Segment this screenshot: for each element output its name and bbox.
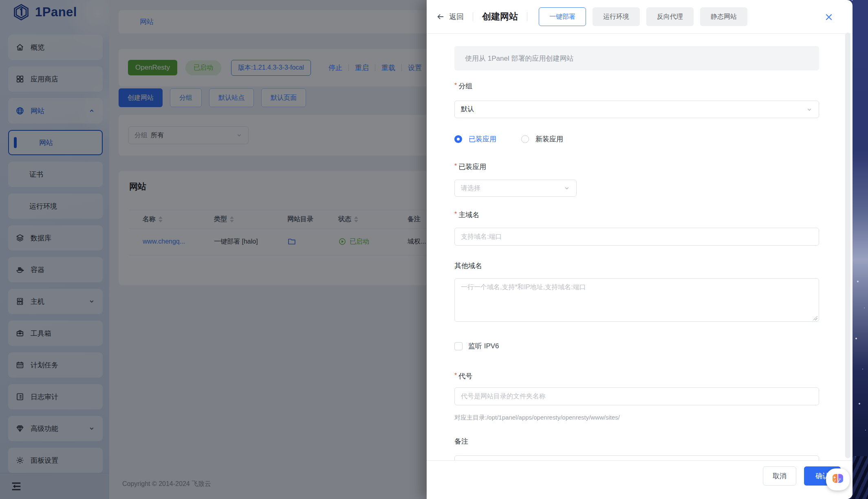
required-marker: * bbox=[454, 81, 457, 89]
primary-domain-field[interactable] bbox=[454, 228, 819, 246]
alias-label: * 代号 bbox=[454, 372, 472, 381]
ipv6-checkbox-row: 监听 IPV6 bbox=[454, 341, 499, 351]
tab-reverse-proxy[interactable]: 反向代理 bbox=[646, 7, 694, 26]
alias-input[interactable] bbox=[461, 393, 813, 400]
brain-icon bbox=[831, 473, 845, 486]
drawer-title: 创建网站 bbox=[482, 11, 518, 23]
tab-static-site[interactable]: 静态网站 bbox=[700, 7, 747, 26]
back-arrow-icon bbox=[436, 12, 445, 21]
back-button[interactable]: 返回 bbox=[436, 12, 464, 22]
alias-field[interactable] bbox=[454, 387, 819, 405]
installed-app-label: * 已装应用 bbox=[454, 162, 486, 171]
chevron-down-icon bbox=[806, 106, 813, 113]
drawer-body: 使用从 1Panel 部署的应用创建网站 * 分组 默认 已装应用 新装应用 bbox=[427, 34, 853, 460]
info-banner: 使用从 1Panel 部署的应用创建网站 bbox=[454, 46, 819, 70]
divider bbox=[473, 12, 473, 21]
screen: 1Panel 概览 bbox=[0, 0, 868, 499]
radio-new-label[interactable]: 新装应用 bbox=[535, 134, 563, 144]
extension-badge[interactable] bbox=[826, 468, 850, 490]
group-select[interactable]: 默认 bbox=[454, 101, 819, 118]
primary-domain-input[interactable] bbox=[461, 233, 813, 240]
group-label: * 分组 bbox=[454, 81, 472, 91]
back-label: 返回 bbox=[449, 12, 464, 22]
alias-helper-text: 对应主目录:/opt/1panel/apps/openresty/openres… bbox=[454, 414, 620, 422]
primary-domain-label: * 主域名 bbox=[454, 210, 479, 220]
radio-installed-app[interactable] bbox=[454, 135, 462, 143]
drawer-tabs: 一键部署 运行环境 反向代理 静态网站 bbox=[539, 7, 747, 26]
tab-one-click-deploy[interactable]: 一键部署 bbox=[539, 7, 586, 26]
drawer-scrollbar[interactable] bbox=[845, 33, 850, 458]
required-marker: * bbox=[454, 162, 457, 169]
divider bbox=[527, 12, 527, 21]
wallpaper-stars bbox=[852, 0, 853, 1]
cancel-button[interactable]: 取消 bbox=[763, 466, 796, 486]
resize-grip-icon[interactable] bbox=[813, 315, 817, 320]
radio-installed-label[interactable]: 已装应用 bbox=[469, 134, 496, 144]
create-website-drawer: 返回 创建网站 一键部署 运行环境 反向代理 静态网站 使用从 bbox=[427, 0, 853, 499]
chevron-down-icon bbox=[564, 185, 570, 191]
remark-label: 备注 bbox=[454, 437, 468, 446]
close-icon[interactable] bbox=[824, 12, 834, 22]
other-domains-label: 其他域名 bbox=[454, 261, 482, 270]
installed-app-select[interactable]: 请选择 bbox=[454, 180, 577, 197]
app-source-radio-group: 已装应用 新装应用 bbox=[454, 134, 563, 144]
installed-app-placeholder: 请选择 bbox=[461, 184, 480, 193]
ipv6-checkbox[interactable] bbox=[454, 342, 463, 350]
drawer-footer: 取消 确认 bbox=[427, 460, 853, 499]
other-domains-textarea[interactable] bbox=[461, 283, 813, 305]
required-marker: * bbox=[454, 372, 457, 379]
group-select-value: 默认 bbox=[461, 105, 474, 114]
other-domains-field[interactable] bbox=[454, 278, 819, 322]
radio-new-app[interactable] bbox=[521, 135, 529, 143]
tab-runtime[interactable]: 运行环境 bbox=[593, 7, 640, 26]
required-marker: * bbox=[454, 210, 457, 218]
app-window: 1Panel 概览 bbox=[0, 0, 853, 499]
drawer-header: 返回 创建网站 一键部署 运行环境 反向代理 静态网站 bbox=[427, 0, 853, 34]
ipv6-label[interactable]: 监听 IPV6 bbox=[468, 341, 499, 351]
